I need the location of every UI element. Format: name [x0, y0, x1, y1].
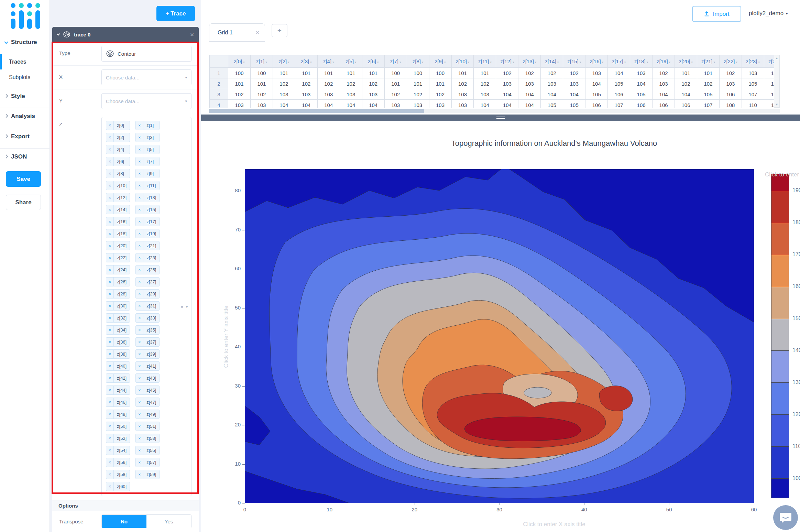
chip-remove-icon[interactable]: × — [136, 362, 143, 370]
filter-caret-icon[interactable]: ▾ — [669, 61, 671, 64]
scroll-down-icon[interactable]: ▼ — [775, 103, 778, 106]
chevron-down-icon[interactable]: ▾ — [186, 305, 188, 308]
table-cell[interactable]: 105 — [608, 78, 630, 89]
chip-remove-icon[interactable]: × — [106, 265, 114, 274]
table-cell[interactable]: 101 — [407, 78, 429, 89]
chip-remove-icon[interactable]: × — [136, 265, 143, 274]
z-data-chip[interactable]: ×z[40] — [106, 361, 130, 371]
table-cell[interactable]: 102 — [474, 78, 496, 89]
z-data-chip[interactable]: ×z[23] — [135, 253, 160, 262]
x-data-select[interactable]: Choose data... ▾ — [101, 69, 191, 85]
filter-caret-icon[interactable]: ▾ — [468, 61, 470, 64]
tab-close-icon[interactable]: × — [256, 30, 259, 35]
share-button[interactable]: Share — [6, 195, 41, 210]
table-cell[interactable]: 101 — [451, 68, 474, 78]
table-cell[interactable]: 102 — [541, 68, 563, 78]
table-cell[interactable]: 103 — [250, 100, 273, 108]
table-cell[interactable]: 104 — [653, 89, 675, 100]
column-header[interactable]: z[22]▾ — [719, 55, 742, 68]
chip-remove-icon[interactable]: × — [106, 290, 114, 298]
z-data-chip[interactable]: ×z[44] — [106, 386, 130, 395]
row-number-cell[interactable]: 1 — [210, 68, 228, 78]
column-header[interactable]: z[3]▾ — [295, 55, 317, 68]
z-data-chip[interactable]: ×z[32] — [106, 313, 130, 323]
y-data-select[interactable]: Choose data... ▾ — [101, 93, 191, 109]
chat-widget-button[interactable] — [773, 505, 798, 530]
chip-remove-icon[interactable]: × — [136, 386, 143, 394]
column-header[interactable]: z[14]▾ — [541, 55, 563, 68]
z-data-chip[interactable]: ×z[10] — [106, 181, 130, 190]
z-data-chip[interactable]: ×z[42] — [106, 373, 130, 383]
save-button[interactable]: Save — [6, 171, 41, 187]
table-cell[interactable]: 102 — [563, 68, 585, 78]
column-header[interactable]: z[13]▾ — [518, 55, 541, 68]
table-cell[interactable]: 103 — [340, 89, 362, 100]
chip-remove-icon[interactable]: × — [106, 181, 114, 190]
z-data-chip[interactable]: ×z[4] — [106, 145, 130, 154]
contour-plot[interactable] — [245, 169, 754, 503]
sidebar-group-json[interactable]: JSON — [0, 149, 50, 164]
table-cell[interactable]: 103 — [653, 78, 675, 89]
chip-remove-icon[interactable]: × — [106, 374, 114, 382]
scrollbar-thumb[interactable] — [209, 109, 424, 113]
chip-remove-icon[interactable]: × — [106, 458, 114, 467]
z-data-chip[interactable]: ×z[19] — [135, 229, 160, 238]
table-cell[interactable]: 102 — [384, 89, 407, 100]
table-cell[interactable]: 102 — [653, 68, 675, 78]
table-cell[interactable]: 105 — [563, 100, 585, 108]
filter-caret-icon[interactable]: ▾ — [444, 61, 446, 64]
filter-caret-icon[interactable]: ▾ — [422, 61, 424, 64]
table-cell[interactable]: 101 — [250, 78, 273, 89]
chip-remove-icon[interactable]: × — [106, 253, 114, 262]
table-cell[interactable]: 102 — [362, 78, 384, 89]
z-data-chip[interactable]: ×z[51] — [135, 422, 160, 431]
z-data-chip[interactable]: ×z[12] — [106, 193, 130, 202]
chip-remove-icon[interactable]: × — [106, 470, 114, 479]
table-cell[interactable]: 102 — [518, 68, 541, 78]
z-data-chip[interactable]: ×z[29] — [135, 289, 160, 298]
filter-caret-icon[interactable]: ▾ — [758, 61, 760, 64]
table-cell[interactable]: 103 — [585, 68, 608, 78]
table-cell[interactable]: 103 — [429, 100, 451, 108]
table-cell[interactable]: 103 — [451, 100, 474, 108]
chip-remove-icon[interactable]: × — [136, 133, 143, 142]
table-cell[interactable]: 101 — [340, 68, 362, 78]
z-data-chip[interactable]: ×z[38] — [106, 349, 130, 359]
z-data-chip[interactable]: ×z[15] — [135, 205, 160, 214]
table-cell[interactable]: 102 — [719, 68, 742, 78]
table-cell[interactable]: 103 — [563, 78, 585, 89]
table-cell[interactable]: 104 — [518, 89, 541, 100]
z-data-chip[interactable]: ×z[16] — [106, 217, 130, 226]
table-cell[interactable]: 100 — [250, 68, 273, 78]
chip-remove-icon[interactable]: × — [106, 145, 114, 154]
column-header[interactable]: z[5]▾ — [340, 55, 362, 68]
table-cell[interactable]: 102 — [250, 89, 273, 100]
chip-remove-icon[interactable]: × — [106, 398, 114, 406]
chip-remove-icon[interactable]: × — [106, 338, 114, 346]
table-cell[interactable]: 104 — [764, 68, 774, 78]
sidebar-group-export[interactable]: Export — [0, 129, 50, 144]
column-header[interactable]: z[7]▾ — [384, 55, 407, 68]
colorbar-title-placeholder[interactable]: Click to enter — [765, 171, 800, 178]
table-cell[interactable]: 105 — [742, 78, 764, 89]
sidebar-item-subplots[interactable]: Subplots — [0, 70, 50, 85]
table-cell[interactable]: 108 — [764, 89, 774, 100]
sidebar-group-style[interactable]: Style — [0, 89, 50, 104]
chip-remove-icon[interactable]: × — [106, 241, 114, 250]
table-cell[interactable]: 101 — [697, 68, 720, 78]
table-cell[interactable]: 100 — [429, 68, 451, 78]
column-header[interactable]: z[20]▾ — [675, 55, 697, 68]
table-cell[interactable]: 102 — [429, 89, 451, 100]
z-data-chip[interactable]: ×z[20] — [106, 241, 130, 250]
z-data-chip[interactable]: ×z[36] — [106, 337, 130, 347]
row-number-cell[interactable]: 4 — [210, 100, 228, 108]
table-cell[interactable]: 101 — [362, 68, 384, 78]
table-cell[interactable]: 106 — [719, 89, 742, 100]
z-data-chip[interactable]: ×z[1] — [135, 121, 160, 130]
filter-caret-icon[interactable]: ▾ — [713, 61, 715, 64]
chart-title[interactable]: Topographic information on Auckland's Ma… — [348, 139, 760, 148]
column-header[interactable]: z[24]▾ — [764, 55, 774, 68]
filter-caret-icon[interactable]: ▾ — [647, 61, 648, 64]
chip-remove-icon[interactable]: × — [136, 290, 143, 298]
table-cell[interactable]: 102 — [407, 89, 429, 100]
